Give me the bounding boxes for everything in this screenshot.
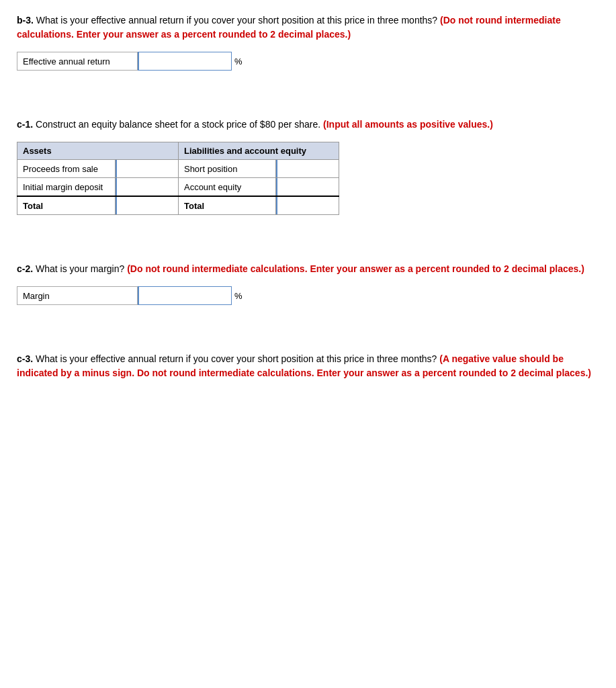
- table-row-total: Total Total: [17, 196, 339, 215]
- asset-total-input[interactable]: [116, 197, 178, 214]
- spacer-3: [17, 325, 599, 352]
- balance-sheet-table: Assets Liabilities and account equity Pr…: [17, 142, 339, 215]
- asset-total-label: Total: [17, 196, 116, 215]
- section-c3: c-3. What is your effective annual retur…: [17, 352, 599, 380]
- section-c1: c-1. Construct an equity balance sheet f…: [17, 118, 599, 215]
- col3-header: Liabilities and account equity: [178, 142, 339, 160]
- b3-question-text: b-3. What is your effective annual retur…: [17, 13, 599, 42]
- c3-main: What is your effective annual return if …: [33, 353, 437, 364]
- c2-input-field[interactable]: [138, 286, 232, 305]
- table-row: Initial margin deposit Account equity: [17, 178, 339, 197]
- liability-total-input[interactable]: [276, 197, 339, 214]
- section-c2: c-2. What is your margin? (Do not round …: [17, 262, 599, 305]
- asset-label-1: Proceeds from sale: [17, 160, 116, 178]
- asset-label-2: Initial margin deposit: [17, 178, 116, 197]
- liability-input-2[interactable]: [276, 178, 339, 196]
- liability-input-1[interactable]: [276, 160, 339, 177]
- liability-total-label: Total: [178, 196, 275, 215]
- spacer-1: [17, 91, 599, 118]
- b3-prefix: b-3.: [17, 15, 34, 26]
- c2-question-text: c-2. What is your margin? (Do not round …: [17, 262, 599, 276]
- c2-input-label: Margin: [17, 286, 138, 305]
- col1-header: Assets: [17, 142, 179, 160]
- c1-question-text: c-1. Construct an equity balance sheet f…: [17, 118, 599, 132]
- liability-total-value[interactable]: [275, 196, 339, 215]
- b3-input-label: Effective annual return: [17, 52, 138, 71]
- b3-percent-label: %: [234, 56, 243, 67]
- spacer-2: [17, 235, 599, 262]
- c2-prefix: c-2.: [17, 263, 33, 274]
- asset-input-1[interactable]: [116, 160, 178, 177]
- c1-note: (Input all amounts as positive values.): [323, 119, 493, 130]
- asset-value-1[interactable]: [115, 160, 178, 178]
- liability-value-1[interactable]: [275, 160, 339, 178]
- liability-label-2: Account equity: [178, 178, 275, 197]
- c1-main: Construct an equity balance sheet for a …: [33, 119, 320, 130]
- c1-prefix: c-1.: [17, 119, 33, 130]
- asset-value-2[interactable]: [115, 178, 178, 197]
- c2-note: (Do not round intermediate calculations.…: [127, 263, 584, 274]
- liability-value-2[interactable]: [275, 178, 339, 197]
- c2-main: What is your margin?: [33, 263, 124, 274]
- b3-input-row: Effective annual return %: [17, 52, 599, 71]
- c2-percent-label: %: [234, 291, 243, 301]
- asset-input-2[interactable]: [116, 178, 178, 196]
- asset-total-value[interactable]: [115, 196, 178, 215]
- liability-label-1: Short position: [178, 160, 275, 178]
- section-b3: b-3. What is your effective annual retur…: [17, 13, 599, 71]
- b3-input-field[interactable]: [138, 52, 232, 71]
- c3-question-text: c-3. What is your effective annual retur…: [17, 352, 599, 380]
- b3-main: What is your effective annual return if …: [34, 15, 437, 26]
- table-row: Proceeds from sale Short position: [17, 160, 339, 178]
- c3-prefix: c-3.: [17, 353, 33, 364]
- c2-input-row: Margin %: [17, 286, 599, 305]
